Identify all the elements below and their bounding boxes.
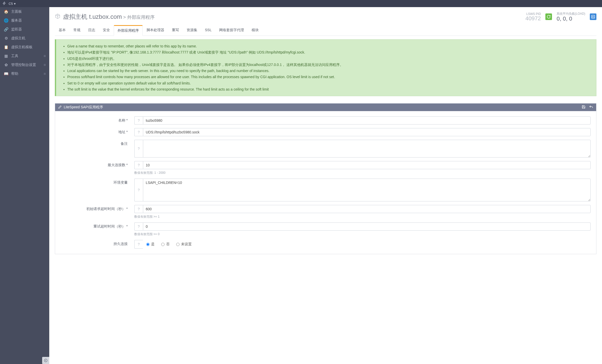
tab-rewrite[interactable]: 重写 [168, 25, 183, 36]
expand-icon: ⊞ [44, 72, 46, 75]
sidebar-collapse-button[interactable] [42, 357, 49, 364]
sidebar-item-label: 管理控制台设置 [11, 63, 36, 67]
panel-body: 名称 * ? 地址 * ? 备注 ? [55, 111, 596, 254]
help-icon[interactable]: ? [134, 116, 143, 125]
svg-point-0 [44, 359, 47, 362]
save-button[interactable] [582, 105, 585, 110]
initto-input[interactable] [143, 205, 591, 213]
info-item: 对于本地应用程序，由于安全性和更好的性能，Unix域套接字是首选。 如果你必须使… [67, 62, 591, 68]
note-label: 备注 [61, 140, 134, 146]
tab-context[interactable]: 资源集 [183, 25, 201, 36]
link-icon: 🔗 [4, 27, 9, 32]
keepalive-label: 持久连接 [61, 240, 134, 246]
edit-icon [58, 105, 62, 110]
globe-icon: 🌐 [4, 18, 9, 23]
cube-icon [55, 13, 60, 20]
initto-label: 初始请求超时时间（秒） * [61, 205, 134, 211]
initto-hint: 数值有效范围 >= 1 [134, 215, 591, 219]
radio-no[interactable]: 否 [161, 242, 170, 247]
tab-ssl[interactable]: SSL [201, 25, 215, 36]
sidebar-item-label: 工具 [11, 54, 18, 58]
top-bar: C5 ▾ [0, 0, 602, 7]
edit-panel: LiteSpeed SAPI应用程序 名称 * ? 地址 * [55, 103, 596, 254]
expand-icon: ⊞ [44, 63, 46, 66]
sidebar-item-admin[interactable]: ✿管理控制台设置⊞ [0, 60, 49, 69]
sidebar-item-label: 监听器 [11, 27, 22, 32]
sidebar-item-help[interactable]: 📖帮助⊞ [0, 69, 49, 78]
sidebar-nav: 🏠主面板 🌐服务器 🔗监听器 ⚙虚拟主机 📋虚拟主机模板 ▦工具⊞ ✿管理控制台… [0, 7, 49, 357]
name-input[interactable] [143, 116, 591, 125]
clipboard-icon: 📋 [4, 45, 9, 49]
page-header: 虚拟主机 t.uzbox.com > 外部应用程序 LSWS PID 40972… [49, 7, 602, 22]
help-icon[interactable]: ? [134, 205, 143, 213]
breadcrumb: 虚拟主机 t.uzbox.com > 外部应用程序 [63, 13, 155, 21]
tab-extapp[interactable]: 外部应用程序 [114, 25, 143, 36]
home-icon: 🏠 [4, 9, 9, 14]
load-value: 0, 0, 0 [557, 16, 585, 22]
help-icon[interactable]: ? [134, 161, 143, 169]
pid-block: LSWS PID 40972 [525, 12, 541, 21]
sidebar: 🏠主面板 🌐服务器 🔗监听器 ⚙虚拟主机 📋虚拟主机模板 ▦工具⊞ ✿管理控制台… [0, 7, 49, 364]
panel-header: LiteSpeed SAPI应用程序 [55, 103, 596, 111]
sidebar-item-listener[interactable]: 🔗监听器 [0, 25, 49, 34]
tab-bar: 基本 常规 日志 安全 外部应用程序 脚本处理器 重写 资源集 SSL 网络套接… [55, 25, 596, 36]
back-button[interactable] [589, 105, 593, 110]
address-label: 地址 * [61, 128, 134, 134]
help-icon[interactable]: ? [134, 240, 143, 249]
panel-title: LiteSpeed SAPI应用程序 [64, 105, 103, 110]
header-status: LSWS PID 40972 系统平均负载(LOAD) 0, 0, 0 [525, 12, 596, 22]
radio-yes-input[interactable] [146, 243, 150, 246]
retryto-label: 重试超时时间（秒） * [61, 222, 134, 229]
tab-basic[interactable]: 基本 [55, 25, 70, 36]
sidebar-item-label: 主面板 [11, 9, 22, 14]
radio-no-input[interactable] [161, 243, 165, 246]
book-icon: 📖 [4, 72, 9, 76]
cog-icon: ✿ [4, 63, 9, 67]
load-block: 系统平均负载(LOAD) 0, 0, 0 [557, 12, 585, 22]
name-label: 名称 * [61, 116, 134, 123]
realtime-stats-button[interactable] [590, 13, 596, 20]
host-label: C5 [9, 2, 13, 6]
retryto-input[interactable] [143, 222, 591, 231]
grid-icon: ▦ [4, 54, 9, 58]
info-item: 地址可以是IPv4套接字地址 "IP:PORT", 像192.168.1.3:7… [67, 49, 591, 55]
sidebar-item-server[interactable]: 🌐服务器 [0, 16, 49, 25]
note-input[interactable] [143, 140, 591, 158]
info-item: The soft limit is the value that the ker… [67, 86, 591, 92]
page-title: 虚拟主机 t.uzbox.com [63, 13, 122, 20]
maxconn-label: 最大连接数 * [61, 161, 134, 167]
radio-yes[interactable]: 是 [146, 242, 155, 247]
radio-unset[interactable]: 未设置 [176, 242, 192, 247]
retryto-hint: 数值有效范围 >= 0 [134, 232, 591, 236]
info-item: Process soft/hard limit controls how man… [67, 74, 591, 80]
tab-security[interactable]: 安全 [99, 25, 114, 36]
sidebar-item-vhost-tpl[interactable]: 📋虚拟主机模板 [0, 43, 49, 51]
env-input[interactable] [143, 179, 591, 201]
keepalive-radio-group: 是 否 未设置 [143, 242, 590, 247]
radio-unset-input[interactable] [176, 243, 180, 246]
host-dropdown[interactable]: C5 ▾ [9, 2, 16, 6]
sidebar-item-dashboard[interactable]: 🏠主面板 [0, 7, 49, 16]
tab-modules[interactable]: 模块 [248, 25, 263, 36]
tab-websocket[interactable]: 网络套接字代理 [215, 25, 248, 36]
sidebar-item-tools[interactable]: ▦工具⊞ [0, 51, 49, 60]
gears-icon: ⚙ [4, 36, 9, 41]
info-item: Set to 0 or empty will use operation sys… [67, 80, 591, 86]
tab-general[interactable]: 常规 [70, 25, 84, 36]
maxconn-hint: 数值有效范围: 1 - 2000 [134, 171, 591, 175]
help-icon[interactable]: ? [134, 179, 143, 201]
maxconn-input[interactable] [143, 161, 591, 169]
restart-button[interactable] [545, 13, 552, 20]
info-item: Give a name that easy to remember, other… [67, 43, 591, 49]
sidebar-item-label: 服务器 [11, 18, 22, 23]
help-icon[interactable]: ? [134, 140, 143, 158]
address-input[interactable] [143, 128, 591, 136]
chevron-down-icon: ▾ [14, 2, 16, 6]
tab-log[interactable]: 日志 [84, 25, 99, 36]
help-icon[interactable]: ? [134, 128, 143, 136]
tab-scripthandler[interactable]: 脚本处理器 [143, 25, 168, 36]
help-icon[interactable]: ? [134, 222, 143, 231]
info-box: Give a name that easy to remember, other… [55, 39, 596, 96]
sidebar-item-vhost[interactable]: ⚙虚拟主机 [0, 34, 49, 43]
sidebar-item-label: 虚拟主机 [11, 36, 25, 41]
